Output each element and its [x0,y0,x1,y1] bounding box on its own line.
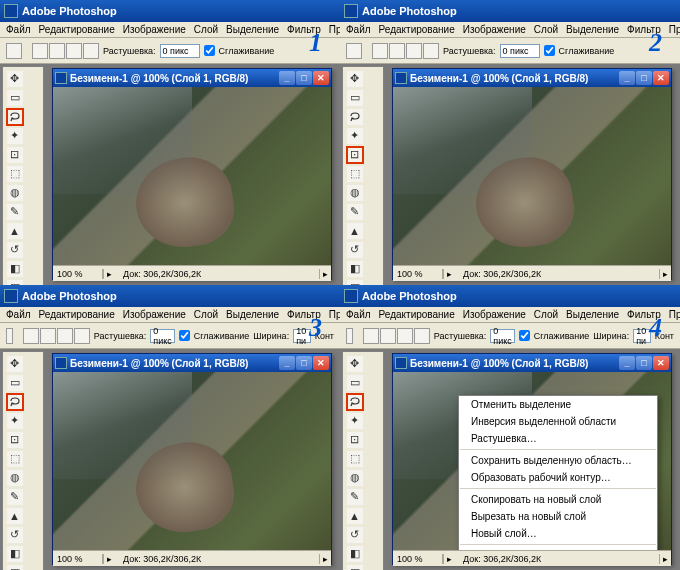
menu-image[interactable]: Изображение [119,24,190,35]
slice-tool[interactable]: ⬚ [346,450,364,468]
gradient-tool[interactable]: ▦ [6,564,24,571]
move-tool[interactable]: ✥ [346,70,364,88]
tool-preset[interactable] [346,43,362,59]
antialias-checkbox[interactable] [519,330,530,341]
maximize-button[interactable]: □ [636,71,652,85]
menu-image[interactable]: Изображение [459,24,530,35]
marquee-tool[interactable]: ▭ [6,89,24,107]
feather-input[interactable]: 0 пикс [160,44,200,58]
marquee-tool[interactable]: ▭ [346,89,364,107]
status-arrow-right[interactable]: ▸ [659,269,671,279]
history-tool[interactable]: ↺ [346,526,364,544]
menu-layer[interactable]: Слой [190,24,222,35]
status-arrow-right[interactable]: ▸ [659,554,671,564]
wand-tool[interactable]: ✦ [6,412,24,430]
menubar[interactable]: ФайлРедактированиеИзображениеСлойВыделен… [340,22,680,38]
slice-tool[interactable]: ⬚ [346,165,364,183]
heal-tool[interactable]: ◍ [6,469,24,487]
sel-new[interactable] [32,43,48,59]
menu-view[interactable]: Просмотр [665,24,680,35]
ctx-layer-new[interactable]: Новый слой… [459,525,657,542]
zoom-field[interactable]: 100 % [53,269,103,279]
maximize-button[interactable]: □ [296,71,312,85]
ctx-make-path[interactable]: Образовать рабочий контур… [459,469,657,486]
ctx-inverse[interactable]: Инверсия выделенной области [459,413,657,430]
context-menu[interactable]: Отменить выделение Инверсия выделенной о… [458,395,658,550]
lasso-tool[interactable] [6,108,24,126]
canvas[interactable] [393,87,671,265]
document-titlebar[interactable]: Безимени-1 @ 100% (Слой 1, RGB/8)_□✕ [393,69,671,87]
brush-tool[interactable]: ✎ [6,488,24,506]
menu-file[interactable]: Файл [2,24,35,35]
move-tool[interactable]: ✥ [6,70,24,88]
menu-view[interactable]: Просмотр [325,24,340,35]
maximize-button[interactable]: □ [296,356,312,370]
minimize-button[interactable]: _ [619,356,635,370]
slice-tool[interactable]: ⬚ [6,450,24,468]
menu-edit[interactable]: Редактирование [35,309,119,320]
menu-image[interactable]: Изображение [119,309,190,320]
sel-add[interactable] [49,43,65,59]
status-arrow-right[interactable]: ▸ [319,554,331,564]
menu-file[interactable]: Файл [342,24,375,35]
sel-int[interactable] [74,328,90,344]
history-tool[interactable]: ↺ [346,241,364,259]
antialias-checkbox[interactable] [179,330,190,341]
menu-file[interactable]: Файл [342,309,375,320]
eraser-tool[interactable]: ◧ [346,545,364,563]
menu-select[interactable]: Выделение [562,24,623,35]
canvas[interactable] [53,372,331,550]
menu-view[interactable]: Просмотр [325,309,340,320]
brush-tool[interactable]: ✎ [6,203,24,221]
ctx-free-trans[interactable]: Свободное трансформирование [459,547,657,550]
menu-image[interactable]: Изображение [459,309,530,320]
menu-layer[interactable]: Слой [530,309,562,320]
close-button[interactable]: ✕ [313,356,329,370]
eraser-tool[interactable]: ◧ [346,260,364,278]
zoom-field[interactable]: 100 % [393,554,443,564]
canvas[interactable]: Отменить выделение Инверсия выделенной о… [393,372,671,550]
heal-tool[interactable]: ◍ [346,469,364,487]
crop-tool[interactable]: ⊡ [346,431,364,449]
heal-tool[interactable]: ◍ [6,184,24,202]
ctx-deselect[interactable]: Отменить выделение [459,396,657,413]
sel-sub[interactable] [406,43,422,59]
menu-file[interactable]: Файл [2,309,35,320]
menu-edit[interactable]: Редактирование [375,309,459,320]
menu-edit[interactable]: Редактирование [375,24,459,35]
eraser-tool[interactable]: ◧ [6,545,24,563]
sel-int[interactable] [414,328,430,344]
menubar[interactable]: Файл Редактирование Изображение Слой Выд… [0,22,340,38]
minimize-button[interactable]: _ [279,71,295,85]
marquee-tool[interactable]: ▭ [6,374,24,392]
tool-preset[interactable] [6,43,22,59]
menu-view[interactable]: Просмотр [665,309,680,320]
zoom-field[interactable]: 100 % [393,269,443,279]
crop-tool[interactable]: ⊡ [346,146,364,164]
lasso-tool[interactable] [6,393,24,411]
ctx-layer-copy[interactable]: Скопировать на новый слой [459,491,657,508]
lasso-tool[interactable] [346,108,364,126]
status-arrow-left[interactable]: ▸ [103,269,115,279]
feather-input[interactable]: 0 пикс [490,329,514,343]
menubar[interactable]: ФайлРедактированиеИзображениеСлойВыделен… [0,307,340,323]
sel-new[interactable] [23,328,39,344]
maximize-button[interactable]: □ [636,356,652,370]
stamp-tool[interactable]: ▲ [6,222,24,240]
brush-tool[interactable]: ✎ [346,488,364,506]
stamp-tool[interactable]: ▲ [6,507,24,525]
feather-input[interactable]: 0 пикс [150,329,174,343]
sel-sub[interactable] [397,328,413,344]
crop-tool[interactable]: ⊡ [6,431,24,449]
crop-tool[interactable]: ⊡ [6,146,24,164]
wand-tool[interactable]: ✦ [346,127,364,145]
sel-new[interactable] [363,328,379,344]
wand-tool[interactable]: ✦ [346,412,364,430]
zoom-field[interactable]: 100 % [53,554,103,564]
sel-int[interactable] [83,43,99,59]
wand-tool[interactable]: ✦ [6,127,24,145]
ctx-save-sel[interactable]: Сохранить выделенную область… [459,452,657,469]
antialias-checkbox[interactable] [544,45,555,56]
stamp-tool[interactable]: ▲ [346,222,364,240]
close-button[interactable]: ✕ [653,71,669,85]
